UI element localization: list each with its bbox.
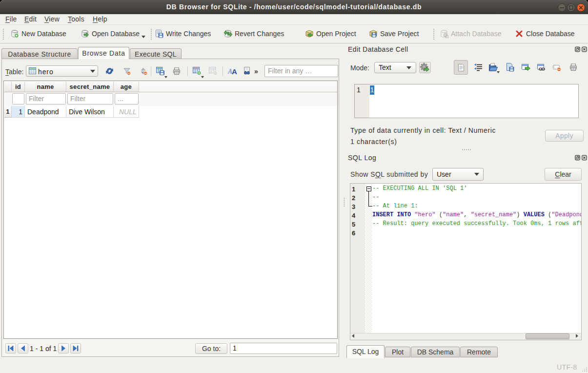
- svg-text:A: A: [232, 67, 237, 76]
